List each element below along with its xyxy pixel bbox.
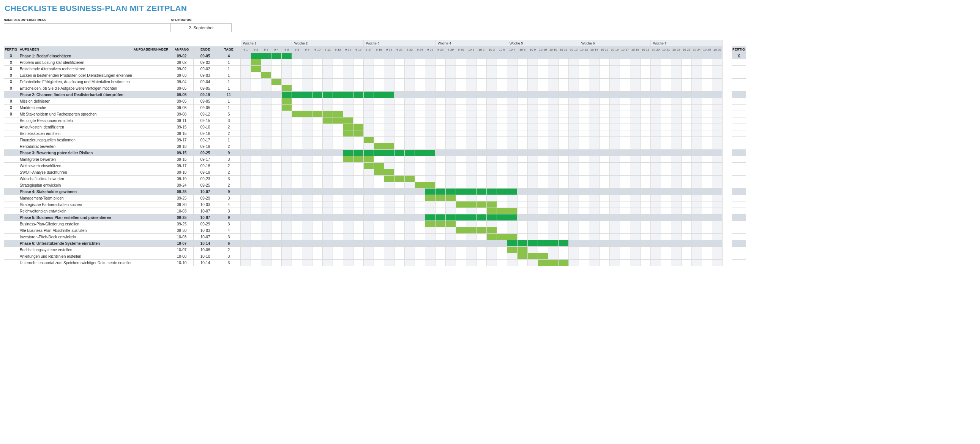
company-input[interactable] xyxy=(4,23,171,32)
done-cell[interactable]: X xyxy=(4,105,18,111)
owner-cell[interactable] xyxy=(132,150,170,156)
owner-cell[interactable] xyxy=(132,79,170,85)
done-cell[interactable] xyxy=(4,227,18,234)
done-cell[interactable] xyxy=(4,163,18,169)
done-cell-right[interactable] xyxy=(732,253,746,260)
owner-cell[interactable] xyxy=(132,227,170,234)
done-cell[interactable] xyxy=(4,169,18,176)
done-cell[interactable] xyxy=(4,214,18,221)
done-cell-right[interactable] xyxy=(732,214,746,221)
startdate-input[interactable] xyxy=(171,23,232,32)
done-cell-right[interactable] xyxy=(732,208,746,214)
done-cell-right[interactable] xyxy=(732,130,746,137)
done-cell-right[interactable] xyxy=(732,117,746,124)
owner-cell[interactable] xyxy=(132,208,170,214)
owner-cell[interactable] xyxy=(132,201,170,208)
done-cell[interactable] xyxy=(4,124,18,130)
owner-cell[interactable] xyxy=(132,182,170,188)
owner-cell[interactable] xyxy=(132,85,170,92)
done-cell[interactable]: X xyxy=(4,79,18,85)
done-cell-right[interactable] xyxy=(732,260,746,266)
owner-cell[interactable] xyxy=(132,253,170,260)
owner-cell[interactable] xyxy=(132,195,170,201)
owner-cell[interactable] xyxy=(132,188,170,195)
done-cell-right[interactable] xyxy=(732,201,746,208)
done-cell-right[interactable] xyxy=(732,137,746,143)
owner-cell[interactable] xyxy=(132,66,170,72)
done-cell-right[interactable] xyxy=(732,188,746,195)
done-cell-right[interactable] xyxy=(732,195,746,201)
done-cell-right[interactable] xyxy=(732,169,746,176)
done-cell[interactable]: X xyxy=(4,72,18,79)
owner-cell[interactable] xyxy=(132,156,170,163)
done-cell-right[interactable] xyxy=(732,234,746,240)
owner-cell[interactable] xyxy=(132,72,170,79)
done-cell-right[interactable] xyxy=(732,143,746,150)
done-cell-right[interactable] xyxy=(732,150,746,156)
owner-cell[interactable] xyxy=(132,124,170,130)
done-cell[interactable] xyxy=(4,260,18,266)
done-cell-right[interactable] xyxy=(732,105,746,111)
done-cell[interactable]: X xyxy=(4,85,18,92)
owner-cell[interactable] xyxy=(132,247,170,253)
done-cell-right[interactable] xyxy=(732,124,746,130)
done-cell[interactable] xyxy=(4,137,18,143)
done-cell[interactable] xyxy=(4,188,18,195)
done-cell-right[interactable] xyxy=(732,59,746,66)
done-cell[interactable] xyxy=(4,176,18,182)
done-cell[interactable]: X xyxy=(4,59,18,66)
owner-cell[interactable] xyxy=(132,117,170,124)
done-cell[interactable] xyxy=(4,92,18,98)
done-cell-right[interactable] xyxy=(732,79,746,85)
done-cell[interactable] xyxy=(4,117,18,124)
done-cell-right[interactable] xyxy=(732,240,746,247)
done-cell-right[interactable]: X xyxy=(732,53,746,59)
done-cell[interactable] xyxy=(4,201,18,208)
done-cell-right[interactable] xyxy=(732,221,746,227)
owner-cell[interactable] xyxy=(132,143,170,150)
owner-cell[interactable] xyxy=(132,176,170,182)
owner-cell[interactable] xyxy=(132,260,170,266)
done-cell[interactable] xyxy=(4,182,18,188)
done-cell[interactable] xyxy=(4,195,18,201)
done-cell[interactable] xyxy=(4,156,18,163)
owner-cell[interactable] xyxy=(132,111,170,117)
done-cell-right[interactable] xyxy=(732,156,746,163)
owner-cell[interactable] xyxy=(132,59,170,66)
owner-cell[interactable] xyxy=(132,214,170,221)
owner-cell[interactable] xyxy=(132,169,170,176)
owner-cell[interactable] xyxy=(132,137,170,143)
done-cell-right[interactable] xyxy=(732,176,746,182)
done-cell[interactable]: X xyxy=(4,98,18,105)
done-cell-right[interactable] xyxy=(732,227,746,234)
done-cell[interactable] xyxy=(4,150,18,156)
done-cell[interactable] xyxy=(4,247,18,253)
done-cell[interactable] xyxy=(4,130,18,137)
owner-cell[interactable] xyxy=(132,92,170,98)
done-cell-right[interactable] xyxy=(732,182,746,188)
owner-cell[interactable] xyxy=(132,221,170,227)
done-cell[interactable] xyxy=(4,240,18,247)
done-cell[interactable]: X xyxy=(4,111,18,117)
done-cell-right[interactable] xyxy=(732,98,746,105)
done-cell-right[interactable] xyxy=(732,72,746,79)
done-cell-right[interactable] xyxy=(732,111,746,117)
done-cell[interactable] xyxy=(4,208,18,214)
owner-cell[interactable] xyxy=(132,163,170,169)
owner-cell[interactable] xyxy=(132,130,170,137)
done-cell-right[interactable] xyxy=(732,92,746,98)
done-cell[interactable]: X xyxy=(4,66,18,72)
done-cell[interactable] xyxy=(4,221,18,227)
owner-cell[interactable] xyxy=(132,105,170,111)
done-cell-right[interactable] xyxy=(732,66,746,72)
owner-cell[interactable] xyxy=(132,53,170,59)
done-cell[interactable] xyxy=(4,253,18,260)
done-cell-right[interactable] xyxy=(732,85,746,92)
owner-cell[interactable] xyxy=(132,98,170,105)
done-cell-right[interactable] xyxy=(732,247,746,253)
owner-cell[interactable] xyxy=(132,234,170,240)
done-cell[interactable]: X xyxy=(4,53,18,59)
done-cell[interactable] xyxy=(4,143,18,150)
done-cell[interactable] xyxy=(4,234,18,240)
done-cell-right[interactable] xyxy=(732,163,746,169)
